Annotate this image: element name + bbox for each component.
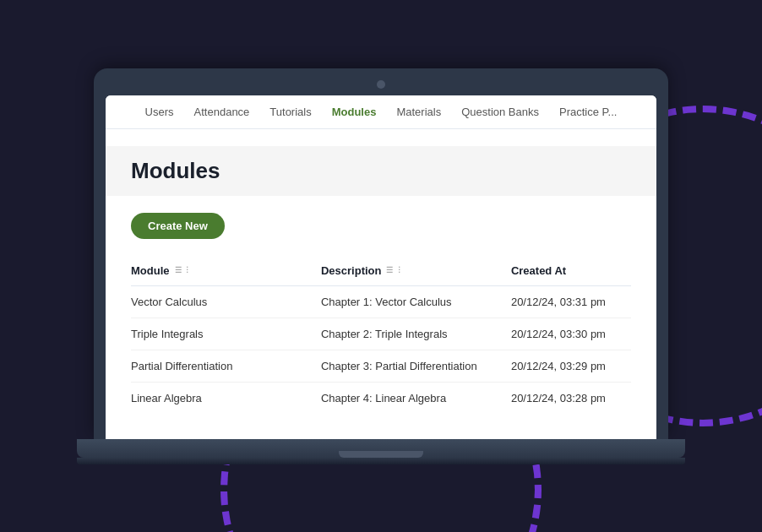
screen-content: Users Attendance Tutorials Modules Mater… [106, 95, 656, 439]
cell-module: Partial Differentiation [131, 350, 321, 382]
nav-item-question-banks[interactable]: Question Banks [461, 106, 539, 118]
nav-item-users[interactable]: Users [145, 106, 174, 118]
cell-module: Vector Calculus [131, 285, 321, 318]
modules-table: Module ☰ ⋮ Description ☰ ⋮ [131, 256, 631, 414]
sort-icons-module[interactable]: ☰ ⋮ [175, 267, 192, 274]
sort-icons-description[interactable]: ☰ ⋮ [386, 267, 403, 274]
table-row: Triple IntegralsChapter 2: Triple Integr… [131, 318, 631, 350]
nav-item-attendance[interactable]: Attendance [194, 106, 250, 118]
nav-item-practice[interactable]: Practice P... [559, 106, 617, 118]
col-header-description: Description ☰ ⋮ [321, 256, 511, 286]
col-header-created-at: Created At [511, 256, 631, 286]
table-row: Vector CalculusChapter 1: Vector Calculu… [131, 285, 631, 318]
cell-created-at: 20/12/24, 03:30 pm [511, 318, 631, 350]
laptop-base [77, 439, 685, 458]
laptop-stand [77, 458, 685, 464]
cell-module: Linear Algebra [131, 382, 321, 414]
create-new-button[interactable]: Create New [131, 213, 225, 239]
cell-description: Chapter 1: Vector Calculus [321, 285, 511, 318]
page-title: Modules [106, 146, 656, 196]
laptop-container: Users Attendance Tutorials Modules Mater… [77, 68, 685, 464]
main-content: Modules Create New Module ☰ ⋮ [106, 129, 656, 439]
col-header-module: Module ☰ ⋮ [131, 256, 321, 286]
cell-created-at: 20/12/24, 03:29 pm [511, 350, 631, 382]
table-body: Vector CalculusChapter 1: Vector Calculu… [131, 285, 631, 414]
table-header-row: Module ☰ ⋮ Description ☰ ⋮ [131, 256, 631, 286]
cell-created-at: 20/12/24, 03:31 pm [511, 285, 631, 318]
cell-description: Chapter 3: Partial Differentiation [321, 350, 511, 382]
table-row: Partial DifferentiationChapter 3: Partia… [131, 350, 631, 382]
cell-module: Triple Integrals [131, 318, 321, 350]
cell-created-at: 20/12/24, 03:28 pm [511, 382, 631, 414]
cell-description: Chapter 4: Linear Algebra [321, 382, 511, 414]
table-row: Linear AlgebraChapter 4: Linear Algebra2… [131, 382, 631, 414]
cell-description: Chapter 2: Triple Integrals [321, 318, 511, 350]
nav-item-materials[interactable]: Materials [396, 106, 441, 118]
navigation-bar: Users Attendance Tutorials Modules Mater… [106, 95, 656, 129]
laptop-screen-bezel: Users Attendance Tutorials Modules Mater… [94, 68, 668, 439]
nav-item-tutorials[interactable]: Tutorials [269, 106, 311, 118]
nav-item-modules[interactable]: Modules [332, 106, 377, 118]
